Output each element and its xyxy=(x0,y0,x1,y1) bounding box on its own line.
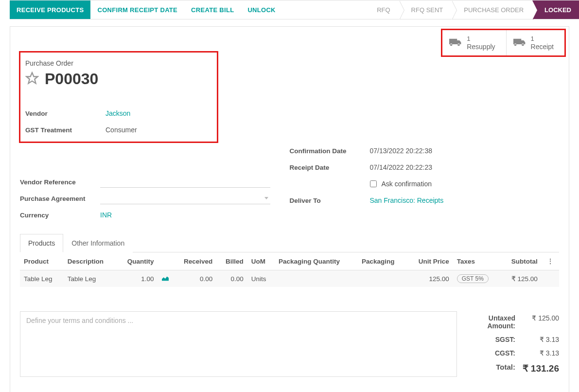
receive-products-button[interactable]: RECEIVE PRODUCTS xyxy=(10,0,90,19)
confirmation-date-label: Confirmation Date xyxy=(290,147,370,155)
terms-textarea[interactable]: Define your terms and conditions ... xyxy=(20,311,457,377)
total-label: Total: xyxy=(463,363,515,374)
receipt-stat-button[interactable]: 1 Receipt xyxy=(506,30,564,55)
order-lines-table-wrap: Product Description Quantity Received Bi… xyxy=(20,252,559,287)
vendor-row: Vendor Jackson xyxy=(25,106,212,121)
truck-icon xyxy=(513,37,526,49)
bottom-row: Define your terms and conditions ... Unt… xyxy=(20,311,559,377)
gst-row: GST Treatment Consumer xyxy=(25,122,212,138)
resupply-count: 1 xyxy=(467,35,495,43)
currency-row: Currency INR xyxy=(20,207,290,223)
th-unit-price[interactable]: Unit Price xyxy=(407,252,453,270)
th-received[interactable]: Received xyxy=(173,252,217,270)
cell-subtotal: ₹ 125.00 xyxy=(500,270,541,287)
ask-confirmation-row: Ask confirmation xyxy=(290,176,560,192)
vendor-ref-input[interactable] xyxy=(100,176,270,188)
currency-value[interactable]: INR xyxy=(100,211,112,219)
create-bill-button[interactable]: CREATE BILL xyxy=(184,0,241,19)
th-quantity[interactable]: Quantity xyxy=(116,252,158,270)
cell-quantity: 1.00 xyxy=(116,270,158,287)
receipt-stat-text: 1 Receipt xyxy=(531,35,554,51)
tab-other-information[interactable]: Other Information xyxy=(63,234,133,252)
ask-confirmation-checkbox[interactable] xyxy=(370,180,377,187)
cell-description: Table Leg xyxy=(64,270,117,287)
th-description[interactable]: Description xyxy=(64,252,117,270)
th-kebab[interactable]: ⋮ xyxy=(542,252,559,270)
cell-taxes: GST 5% xyxy=(453,270,501,287)
cell-forecast[interactable] xyxy=(158,270,173,287)
vendor-label: Vendor xyxy=(25,110,105,117)
deliver-to-value[interactable]: San Francisco: Receipts xyxy=(370,196,444,204)
th-subtotal[interactable]: Subtotal xyxy=(500,252,541,270)
table-header-row: Product Description Quantity Received Bi… xyxy=(20,252,559,270)
cell-unit-price: 125.00 xyxy=(407,270,453,287)
resupply-stat-button[interactable]: 1 Resupply xyxy=(442,30,506,55)
cell-kebab xyxy=(542,270,559,287)
order-lines-table: Product Description Quantity Received Bi… xyxy=(20,252,559,287)
totals: Untaxed Amount: ₹ 125.00 SGST: ₹ 3.13 CG… xyxy=(457,311,559,377)
unlock-button[interactable]: UNLOCK xyxy=(241,0,282,19)
truck-icon xyxy=(449,37,462,49)
untaxed-row: Untaxed Amount: ₹ 125.00 xyxy=(463,311,559,333)
status-bar: RFQ RFQ SENT PURCHASE ORDER LOCKED xyxy=(365,0,579,19)
tax-pill: GST 5% xyxy=(457,274,489,283)
cgst-value: ₹ 3.13 xyxy=(515,349,559,357)
cgst-label: CGST: xyxy=(463,349,515,357)
purchase-agreement-input[interactable] xyxy=(100,193,270,204)
vendor-value[interactable]: Jackson xyxy=(105,109,130,117)
document-number: P00030 xyxy=(45,70,98,88)
th-product[interactable]: Product xyxy=(20,252,64,270)
document-type-label: Purchase Order xyxy=(25,59,212,67)
currency-label: Currency xyxy=(20,212,100,219)
cell-billed: 0.00 xyxy=(216,270,247,287)
star-icon[interactable] xyxy=(25,71,39,87)
resupply-label: Resupply xyxy=(467,43,495,51)
receipt-date-label: Receipt Date xyxy=(290,164,370,171)
status-rfq[interactable]: RFQ xyxy=(365,0,399,19)
th-billed[interactable]: Billed xyxy=(216,252,247,270)
confirm-receipt-date-button[interactable]: CONFIRM RECEIPT DATE xyxy=(90,0,184,19)
table-row[interactable]: Table Leg Table Leg 1.00 0.00 0.00 Units… xyxy=(20,270,559,287)
th-packaging[interactable]: Packaging xyxy=(358,252,407,270)
resupply-stat-text: 1 Resupply xyxy=(467,35,495,51)
stat-buttons-box: 1 Resupply 1 Receipt xyxy=(441,29,566,57)
cell-received: 0.00 xyxy=(173,270,217,287)
ask-confirmation-label: Ask confirmation xyxy=(382,180,432,188)
status-locked[interactable]: LOCKED xyxy=(532,0,579,19)
receipt-label: Receipt xyxy=(531,43,554,51)
th-uom[interactable]: UoM xyxy=(247,252,275,270)
status-rfq-sent[interactable]: RFQ SENT xyxy=(399,0,452,19)
purchase-agreement-row: Purchase Agreement xyxy=(20,191,290,206)
th-packaging-qty[interactable]: Packaging Quantity xyxy=(275,252,358,270)
svg-marker-0 xyxy=(26,72,37,83)
th-forecast xyxy=(158,252,173,270)
receipt-date-value: 07/14/2022 20:22:23 xyxy=(370,163,432,171)
sgst-row: SGST: ₹ 3.13 xyxy=(463,333,559,346)
cell-packaging xyxy=(358,270,407,287)
total-value: ₹ 131.26 xyxy=(515,363,559,374)
untaxed-label: Untaxed Amount: xyxy=(463,314,515,330)
confirmation-date-value: 07/13/2022 20:22:38 xyxy=(370,147,432,155)
form-sheet: 1 Resupply 1 Receipt Purchase Order P000… xyxy=(10,26,569,392)
toolbar-left: RECEIVE PRODUCTS CONFIRM RECEIPT DATE CR… xyxy=(10,0,282,19)
deliver-to-row: Deliver To San Francisco: Receipts xyxy=(290,193,560,208)
th-taxes[interactable]: Taxes xyxy=(453,252,501,270)
vendor-ref-row: Vendor Reference xyxy=(20,174,290,190)
form-col-right: Confirmation Date 07/13/2022 20:22:38 Re… xyxy=(290,143,560,224)
gst-value: Consumer xyxy=(105,126,137,134)
confirmation-date-row: Confirmation Date 07/13/2022 20:22:38 xyxy=(290,143,560,159)
header-highlight-box: Purchase Order P00030 Vendor Jackson GST… xyxy=(19,51,218,143)
receipt-date-row: Receipt Date 07/14/2022 20:22:23 xyxy=(290,160,560,175)
sgst-label: SGST: xyxy=(463,336,515,343)
document-title-row: P00030 xyxy=(25,70,212,88)
gst-label: GST Treatment xyxy=(25,126,105,134)
tab-products[interactable]: Products xyxy=(20,234,63,252)
area-chart-icon xyxy=(162,275,169,283)
cell-packaging-qty xyxy=(275,270,358,287)
tab-bar: Products Other Information xyxy=(20,233,559,252)
status-purchase-order[interactable]: PURCHASE ORDER xyxy=(452,0,532,19)
sgst-value: ₹ 3.13 xyxy=(515,336,559,343)
untaxed-value: ₹ 125.00 xyxy=(515,314,559,330)
action-toolbar: RECEIVE PRODUCTS CONFIRM RECEIPT DATE CR… xyxy=(10,0,579,19)
receipt-count: 1 xyxy=(531,35,554,43)
